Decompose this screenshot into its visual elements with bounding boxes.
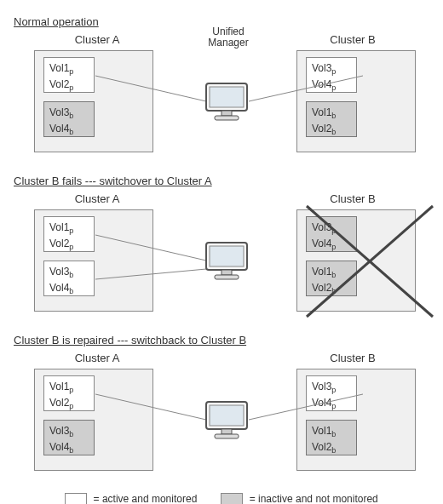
legend-swatch-active	[65, 493, 87, 504]
svg-rect-17	[210, 405, 244, 426]
legend: = active and monitored = inactive and no…	[9, 493, 434, 504]
monitor-icon	[201, 78, 252, 129]
svg-rect-19	[215, 434, 239, 438]
legend-text: = inactive and not monitored	[250, 493, 378, 504]
svg-line-0	[95, 76, 206, 101]
legend-item-inactive: = inactive and not monitored	[221, 493, 377, 504]
svg-line-15	[249, 394, 363, 420]
legend-item-active: = active and monitored	[65, 493, 197, 504]
unified-manager-icon	[201, 238, 252, 289]
monitor-icon	[201, 238, 252, 289]
monitor-icon	[201, 397, 252, 448]
svg-rect-3	[210, 87, 244, 107]
scene: Cluster ACluster B Vol1p Vol2p Vol3b Vol…	[9, 191, 434, 327]
unified-manager-icon	[201, 78, 252, 129]
svg-line-1	[249, 76, 363, 101]
section-title: Cluster B fails --- switchover to Cluste…	[14, 175, 434, 187]
svg-line-7	[95, 269, 206, 279]
legend-text: = active and monitored	[94, 493, 198, 504]
legend-swatch-inactive	[221, 493, 243, 504]
unified-manager-icon	[201, 397, 252, 448]
scene: Cluster ACluster B Vol1p Vol2p Vol3b Vol…	[9, 350, 434, 486]
section-title: Cluster B is repaired --- switchback to …	[14, 334, 434, 346]
svg-rect-18	[222, 429, 232, 434]
svg-rect-10	[222, 270, 232, 275]
svg-rect-11	[215, 275, 239, 279]
svg-line-6	[95, 235, 206, 261]
svg-rect-9	[210, 246, 244, 266]
svg-rect-5	[215, 116, 239, 120]
scene: UnifiedManagerCluster ACluster B Vol1p V…	[9, 32, 434, 168]
svg-line-14	[95, 394, 206, 420]
svg-rect-4	[222, 111, 232, 116]
